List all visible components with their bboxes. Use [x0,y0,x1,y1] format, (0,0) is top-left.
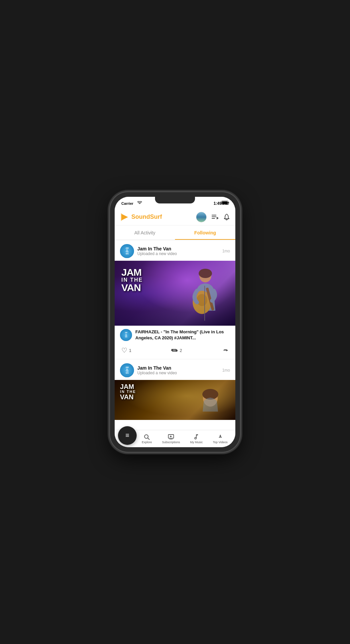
post-2-avatar[interactable]: JAMINTHEVAN [120,363,134,377]
post-card-2: JAMINTHEVAN Jam In The Van Uploaded a ne… [115,359,235,420]
wifi-icon [137,201,142,204]
share-icon [221,347,229,354]
svg-marker-19 [170,436,172,437]
like-count: 1 [129,348,131,353]
svg-marker-7 [217,217,219,219]
bell-icon[interactable] [223,213,230,221]
heart-icon: ♡ [121,346,127,354]
video-thumbnail-1[interactable]: JAM IN THE VAN [115,261,235,326]
tab-all-label: All Activity [134,230,155,235]
subscriptions-label: Subscriptions [162,441,180,444]
jam-logo-2: JAM IN THE VAN [120,383,136,400]
logo-text: SoundSurf [131,213,162,220]
app-header: SoundSurf [115,209,235,225]
subscriptions-icon [168,434,174,440]
repost-icon [171,347,178,353]
repost-count: 2 [180,348,182,353]
svg-rect-20 [169,439,173,440]
queue-icon[interactable] [211,214,219,220]
video-content-1: JAM IN THE VAN [115,261,235,326]
my-music-icon [193,434,199,440]
explore-label: Explore [142,441,152,444]
svg-line-17 [148,438,150,440]
tab-following[interactable]: Following [175,225,235,240]
svg-marker-2 [121,214,128,220]
post-2-user-details: Jam In The Van Uploaded a new video [137,365,177,375]
video-caption-1: JAMINTHEVAN FAIRHAZEL - "In The Morning"… [115,326,235,344]
top-videos-label: Top Videos [213,441,227,444]
post-2-header: JAMINTHEVAN Jam In The Van Uploaded a ne… [115,359,235,380]
logo-sound: Sound [131,213,150,220]
post-1-action: Uploaded a new video [137,251,177,256]
phone-screen: Carrier 1:49 PM [115,197,235,447]
post-1-time: 1mo [222,249,230,253]
top-videos-icon [217,434,223,440]
nav-items: Explore Subscriptions [137,433,235,445]
carrier-label: Carrier [121,201,133,205]
tab-all-activity[interactable]: All Activity [115,225,175,240]
svg-point-9 [199,269,212,278]
home-icon: ≡ [125,432,129,439]
header-right [196,212,230,222]
user-avatar[interactable] [196,212,207,222]
video-thumbnail-2[interactable]: JAM IN THE VAN [115,380,235,420]
guitarist-svg [175,264,229,324]
like-button[interactable]: ♡ 1 [121,346,131,354]
video-title-1: FAIRHAZEL - "In The Morning" (Live in Lo… [135,329,230,341]
post-2-username: Jam In The Van [137,365,177,371]
svg-rect-3 [121,213,122,221]
actions-row-1: ♡ 1 2 [115,344,235,359]
phone-shell: Carrier 1:49 PM [110,192,240,452]
battery-icon [221,201,229,205]
post-1-avatar[interactable]: JAMINTHEVAN [120,244,134,258]
nav-subscriptions[interactable]: Subscriptions [159,433,183,445]
bottom-nav: ≡ Explore Subscriptions [115,430,235,447]
post-2-action: Uploaded a new video [137,371,177,375]
app-logo-icon [120,212,129,222]
post-2-user-info: JAMINTHEVAN Jam In The Van Uploaded a ne… [120,363,177,377]
status-bar: Carrier 1:49 PM [115,197,235,209]
tab-following-label: Following [194,230,216,235]
caption-avatar-1: JAMINTHEVAN [120,329,132,341]
nav-explore[interactable]: Explore [139,433,155,445]
post-2-time: 1mo [222,368,230,373]
jam-logo-overlay: JAM IN THE VAN [121,267,143,293]
svg-point-11 [197,294,207,306]
share-button[interactable] [221,347,229,354]
nav-top-videos[interactable]: Top Videos [210,433,230,445]
svg-point-21 [195,437,196,439]
guitarist-face-svg [192,382,225,420]
my-music-label: My Music [190,441,203,444]
home-button[interactable]: ≡ [118,426,137,445]
logo-surf: Surf [150,213,162,220]
explore-icon [144,434,150,440]
post-1-user-details: Jam In The Van Uploaded a new video [137,246,177,256]
content-area: JAMINTHEVAN Jam In The Van Uploaded a ne… [115,240,235,430]
svg-rect-1 [222,201,227,204]
repost-button[interactable]: 2 [171,347,182,353]
post-card-1: JAMINTHEVAN Jam In The Van Uploaded a ne… [115,240,235,359]
post-1-username: Jam In The Van [137,246,177,251]
nav-my-music[interactable]: My Music [187,433,205,445]
tabs-bar: All Activity Following [115,225,235,240]
post-1-user-info: JAMINTHEVAN Jam In The Van Uploaded a ne… [120,244,177,258]
post-1-header: JAMINTHEVAN Jam In The Van Uploaded a ne… [115,240,235,261]
logo-area: SoundSurf [120,212,162,222]
